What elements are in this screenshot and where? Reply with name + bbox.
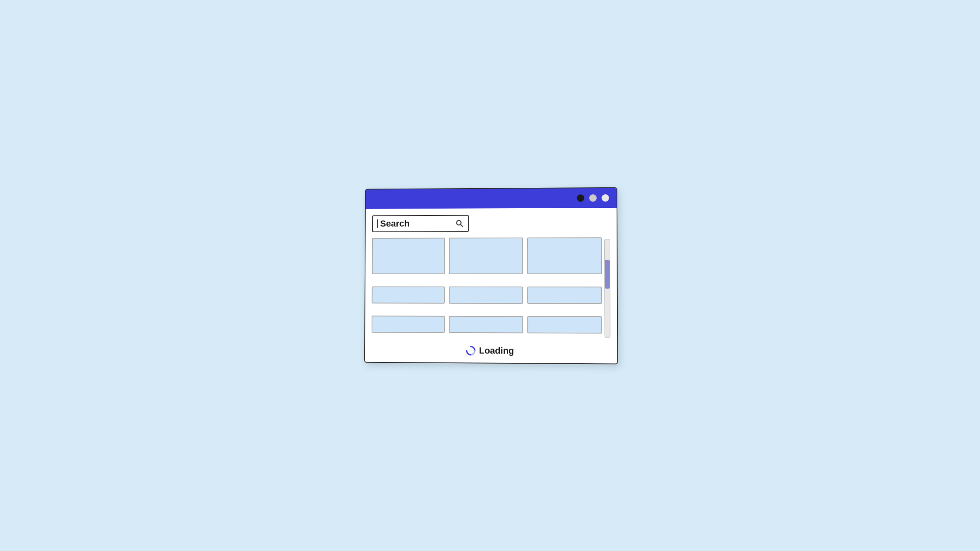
grid-cell (449, 238, 523, 274)
svg-line-1 (461, 224, 463, 227)
grid-cell (527, 237, 602, 274)
minimize-button[interactable] (589, 194, 597, 202)
search-bar[interactable]: Search (372, 215, 469, 233)
loading-label: Loading (479, 345, 514, 356)
scrollbar-track[interactable] (604, 239, 610, 338)
grid-area (372, 237, 610, 342)
browser-content: Search (365, 208, 617, 364)
grid-content (372, 237, 602, 342)
loading-spinner-icon (466, 346, 476, 355)
search-input-value[interactable]: Search (380, 218, 453, 229)
grid-cell (372, 238, 445, 274)
grid-cell (372, 315, 445, 333)
grid-cell (449, 287, 523, 304)
search-bar-wrapper: Search (372, 214, 610, 232)
scrollbar-thumb[interactable] (605, 260, 610, 289)
grid-cell (527, 287, 602, 304)
maximize-button[interactable] (601, 194, 609, 202)
browser-window: Search (364, 187, 618, 364)
grid-cell (372, 287, 445, 304)
text-cursor (377, 219, 378, 228)
grid-cell (527, 316, 602, 333)
svg-point-0 (457, 220, 461, 225)
close-button[interactable] (577, 194, 584, 202)
grid-cell (449, 316, 523, 333)
loading-bar: Loading (372, 341, 610, 358)
browser-titlebar (366, 188, 617, 209)
search-icon (455, 219, 464, 228)
